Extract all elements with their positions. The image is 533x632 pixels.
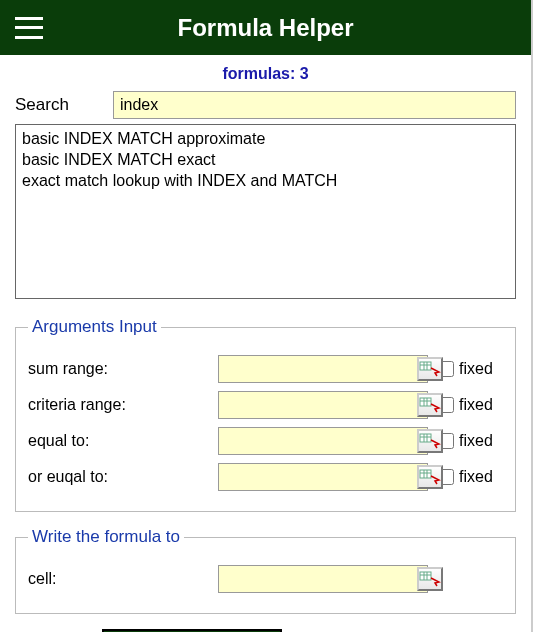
search-label: Search bbox=[15, 95, 113, 115]
arg-label-sum-range: sum range: bbox=[28, 360, 218, 378]
fixed-label: fixed bbox=[459, 468, 493, 486]
svg-rect-16 bbox=[420, 572, 431, 580]
svg-rect-0 bbox=[420, 362, 431, 370]
fixed-checkbox-wrap[interactable]: fixed bbox=[438, 468, 493, 486]
svg-rect-8 bbox=[420, 434, 431, 442]
range-picker-icon[interactable] bbox=[417, 465, 443, 489]
app-title: Formula Helper bbox=[43, 14, 488, 42]
fixed-label: fixed bbox=[459, 396, 493, 414]
arguments-legend: Arguments Input bbox=[28, 317, 161, 337]
arg-label-criteria-range: criteria range: bbox=[28, 396, 218, 414]
menu-icon[interactable] bbox=[15, 17, 43, 39]
results-list[interactable]: basic INDEX MATCH approximate basic INDE… bbox=[15, 124, 516, 299]
search-input[interactable] bbox=[113, 91, 516, 119]
target-cell-label: cell: bbox=[28, 570, 218, 588]
fixed-checkbox-wrap[interactable]: fixed bbox=[438, 396, 493, 414]
app-header: Formula Helper bbox=[0, 0, 531, 55]
target-legend: Write the formula to bbox=[28, 527, 184, 547]
svg-rect-12 bbox=[420, 470, 431, 478]
list-item[interactable]: exact match lookup with INDEX and MATCH bbox=[22, 171, 509, 192]
range-picker-icon[interactable] bbox=[417, 357, 443, 381]
target-cell-input[interactable] bbox=[219, 566, 417, 592]
target-fieldset: Write the formula to cell: bbox=[15, 527, 516, 614]
arg-input-equal-to[interactable] bbox=[219, 428, 417, 454]
fixed-checkbox-wrap[interactable]: fixed bbox=[438, 432, 493, 450]
list-item[interactable]: basic INDEX MATCH approximate bbox=[22, 129, 509, 150]
formulas-count: formulas: 3 bbox=[15, 65, 516, 83]
range-picker-icon[interactable] bbox=[417, 567, 443, 591]
range-picker-icon[interactable] bbox=[417, 393, 443, 417]
arg-input-criteria-range[interactable] bbox=[219, 392, 417, 418]
svg-rect-4 bbox=[420, 398, 431, 406]
list-item[interactable]: basic INDEX MATCH exact bbox=[22, 150, 509, 171]
fixed-checkbox-wrap[interactable]: fixed bbox=[438, 360, 493, 378]
arg-input-or-equal-to[interactable] bbox=[219, 464, 417, 490]
range-picker-icon[interactable] bbox=[417, 429, 443, 453]
arg-input-sum-range[interactable] bbox=[219, 356, 417, 382]
arguments-fieldset: Arguments Input sum range: fixed criteri… bbox=[15, 317, 516, 512]
arg-label-equal-to: equal to: bbox=[28, 432, 218, 450]
fixed-label: fixed bbox=[459, 360, 493, 378]
fixed-label: fixed bbox=[459, 432, 493, 450]
arg-label-or-equal-to: or euqal to: bbox=[28, 468, 218, 486]
